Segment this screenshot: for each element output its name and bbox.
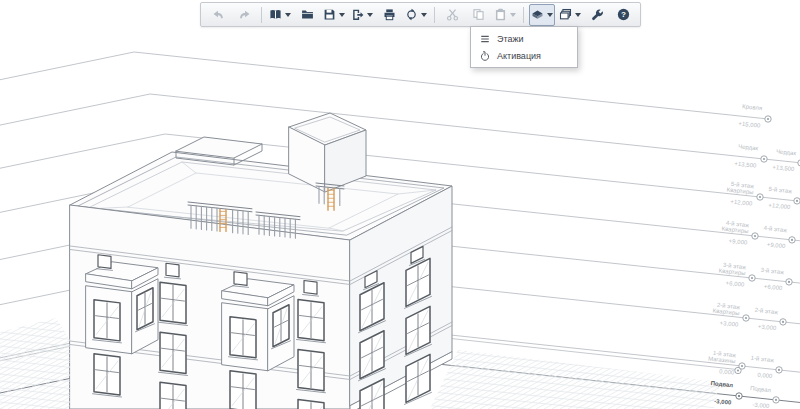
level-label: -3,000	[714, 398, 732, 406]
level-label: +13,500	[734, 160, 757, 168]
sync-button[interactable]	[403, 4, 429, 26]
menu-item-label: Этажи	[497, 34, 524, 44]
level-label: 3-й этаж	[760, 267, 784, 275]
open-button[interactable]	[295, 4, 319, 26]
redo-button[interactable]	[232, 4, 256, 26]
level-label: 0,000	[757, 372, 773, 380]
drawings-icon	[559, 8, 572, 21]
dropdown-caret[interactable]	[547, 13, 553, 17]
level-label: Подвал	[710, 380, 733, 388]
toolbar-separator	[261, 7, 262, 23]
menu-item-activation[interactable]: Активация	[471, 47, 577, 64]
main-toolbar: ?	[200, 2, 641, 27]
level-markers-layer: Кровля+15,000Чердак+13,500Чердак+13,5005…	[708, 103, 800, 409]
open-icon	[301, 8, 314, 21]
level-label: +3,000	[758, 323, 778, 331]
drawings-button[interactable]	[557, 4, 583, 26]
window[interactable]	[234, 272, 247, 286]
help-icon: ?	[617, 8, 630, 21]
level-label: Чердак	[738, 143, 759, 151]
window[interactable]	[98, 255, 111, 269]
export-button[interactable]	[349, 4, 375, 26]
menu-item-floors[interactable]: Этажи	[471, 30, 577, 47]
level-line	[0, 94, 800, 163]
level-label: -3,000	[752, 401, 770, 409]
export-icon	[351, 8, 364, 21]
dropdown-caret[interactable]	[285, 13, 291, 17]
save-button[interactable]	[321, 4, 347, 26]
dropdown-caret[interactable]	[421, 13, 427, 17]
level-label: 1-й этаж	[750, 355, 774, 363]
sync-icon	[405, 8, 418, 21]
floors-list-icon	[480, 34, 490, 44]
level-label: +12,000	[768, 202, 791, 210]
undo-icon	[212, 8, 225, 21]
svg-text:?: ?	[621, 10, 626, 19]
dropdown-caret[interactable]	[510, 13, 516, 17]
dropdown-caret[interactable]	[575, 13, 581, 17]
level-label: Кровля	[742, 103, 762, 111]
scene-3d-view[interactable]: Кровля+15,000Чердак+13,500Чердак+13,5005…	[0, 0, 800, 409]
project-icon	[269, 8, 282, 21]
level-label: +12,000	[730, 198, 753, 206]
dropdown-caret[interactable]	[367, 13, 373, 17]
window[interactable]	[166, 263, 179, 277]
copy-icon	[472, 8, 485, 21]
toolbar-separator	[523, 7, 524, 23]
paste-button[interactable]	[492, 4, 518, 26]
building-model[interactable]	[70, 113, 452, 409]
window[interactable]	[304, 281, 317, 295]
activation-icon	[480, 51, 490, 61]
cut-icon	[446, 8, 459, 21]
cut-button[interactable]	[440, 4, 464, 26]
settings-button[interactable]	[585, 4, 609, 26]
menu-item-label: Активация	[497, 51, 541, 61]
redo-icon	[238, 8, 251, 21]
levels-dropdown-menu: Этажи Активация	[470, 26, 578, 68]
level-label: +9,000	[729, 238, 749, 246]
level-label: 5-й этаж	[768, 186, 792, 194]
level-label: +15,000	[738, 120, 761, 128]
level-line	[0, 52, 768, 119]
dropdown-caret[interactable]	[339, 13, 345, 17]
level-label: 2-й этаж	[754, 307, 778, 315]
print-button[interactable]	[377, 4, 401, 26]
toolbar-separator	[434, 7, 435, 23]
application-window: Кровля+15,000Чердак+13,500Чердак+13,5005…	[0, 0, 800, 409]
levels-icon	[531, 8, 544, 21]
settings-icon	[591, 8, 604, 21]
levels-button[interactable]	[529, 4, 555, 26]
save-icon	[323, 8, 336, 21]
undo-button[interactable]	[206, 4, 230, 26]
print-icon	[383, 8, 396, 21]
level-label: +6,000	[726, 280, 746, 288]
level-label: 4-й этаж	[763, 225, 787, 233]
level-label: +9,000	[767, 241, 787, 249]
level-label: Чердак	[776, 148, 797, 156]
copy-button[interactable]	[466, 4, 490, 26]
level-label: +13,500	[772, 164, 795, 172]
level-label: +3,000	[720, 320, 740, 328]
help-button[interactable]: ?	[611, 4, 635, 26]
paste-icon	[494, 8, 507, 21]
project-button[interactable]	[267, 4, 293, 26]
level-label: 0,000	[719, 368, 735, 376]
level-label: +6,000	[764, 283, 784, 291]
level-label: Подвал	[750, 385, 772, 393]
